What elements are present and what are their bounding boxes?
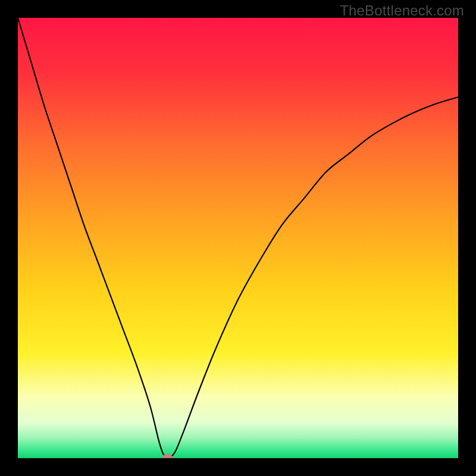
gradient-background <box>18 18 458 458</box>
chart-frame: TheBottleneck.com <box>0 0 476 476</box>
bottleneck-chart <box>18 18 458 458</box>
watermark-text: TheBottleneck.com <box>340 2 464 19</box>
plot-area <box>18 18 458 458</box>
